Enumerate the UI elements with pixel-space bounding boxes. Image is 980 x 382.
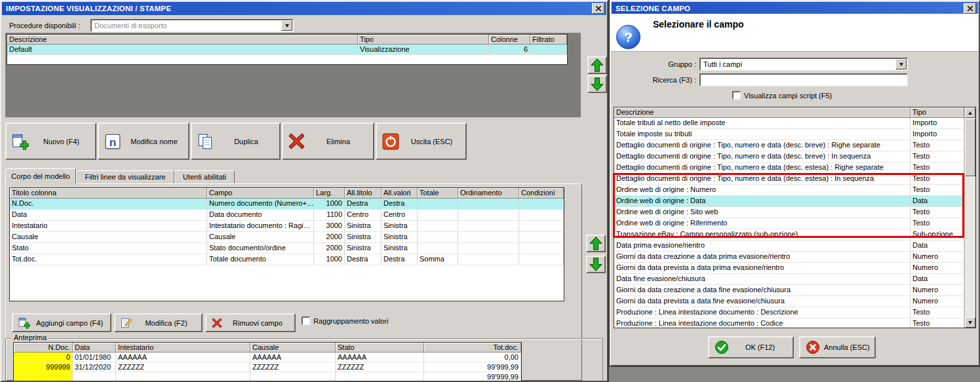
columns-table-row[interactable]: Causale Causale 2000 Sinistra Sinistra xyxy=(10,232,564,243)
close-icon[interactable] xyxy=(592,3,604,14)
columns-header-condizioni[interactable]: Condizioni xyxy=(519,188,564,199)
delete-x-icon xyxy=(288,133,305,149)
script-checkbox[interactable] xyxy=(732,91,741,100)
duplica-button[interactable]: Duplica xyxy=(191,123,281,160)
tab-utenti-abilitati[interactable]: Utenti abilitati xyxy=(174,170,235,183)
columns-table-row[interactable]: Tot.doc. Totale documento 1000 Destra De… xyxy=(10,254,564,265)
left-window-titlebar[interactable]: IMPOSTAZIONE VISUALIZZAZIONI / STAMPE xyxy=(2,2,606,15)
preview-table-row: 99'999,99 xyxy=(14,372,521,381)
modifica-button[interactable]: Modifica (F2) xyxy=(114,313,203,332)
tab-utenti-abilitati-label: Utenti abilitati xyxy=(183,173,226,181)
views-table-row[interactable]: Default Visualizzazione 6 xyxy=(7,45,567,55)
view-move-up-button[interactable] xyxy=(587,56,607,74)
ok-button[interactable]: OK (F12) xyxy=(708,336,794,358)
columns-table-row[interactable]: Data Data documento 1100 Centro Centro xyxy=(10,210,564,221)
preview-table: N.Doc. Data Intestatario Causale Stato T… xyxy=(13,342,522,381)
fields-table-row[interactable]: Dettaglio documenti di origine : Tipo, n… xyxy=(614,140,975,151)
add-field-icon xyxy=(18,317,30,329)
elimina-button-label: Elimina xyxy=(309,138,368,145)
view-move-down-button[interactable] xyxy=(587,75,607,93)
procedures-combobox[interactable]: Documenti di trasporto xyxy=(90,19,294,32)
annulla-button[interactable]: Annulla (ESC) xyxy=(799,336,876,358)
fields-table-row[interactable]: Dettaglio documenti di origine : Tipo, n… xyxy=(614,151,975,162)
elimina-button[interactable]: Elimina xyxy=(282,123,374,160)
preview-header-totdoc: Tot.doc. xyxy=(424,343,521,353)
tab-corpo-del-modello[interactable]: Corpo del modello xyxy=(5,168,76,184)
gruppo-label: Gruppo : xyxy=(631,60,696,68)
raggruppamento-checkbox-label: Raggruppamento valori xyxy=(313,317,388,325)
annulla-button-label: Annulla (ESC) xyxy=(824,343,870,351)
green-arrow-up-icon xyxy=(591,58,604,72)
fields-table-row[interactable]: Data fine evasione/chiusura Data xyxy=(614,274,975,285)
fields-table-row[interactable]: Giorni da data prevista a data fine evas… xyxy=(614,296,975,307)
raggruppamento-checkbox[interactable] xyxy=(302,316,310,325)
scrollbar-down-icon[interactable] xyxy=(965,317,975,328)
fields-table-row[interactable]: Produzione : Linea intestazione document… xyxy=(614,307,975,318)
script-checkbox-label: Visualizza campi script (F5) xyxy=(744,92,832,100)
green-arrow-down-icon xyxy=(591,77,604,91)
views-header-descrizione[interactable]: Descrizione xyxy=(7,35,358,45)
ricerca-label: Ricerca (F3) : xyxy=(631,76,696,84)
columns-table-row[interactable]: N.Doc. Numero documento (Numero+… 1000 D… xyxy=(10,199,564,210)
ricerca-input[interactable] xyxy=(699,73,908,86)
svg-text:n: n xyxy=(109,135,117,148)
views-header-colonne[interactable]: Colonne xyxy=(489,35,530,45)
rimuovi-campo-button[interactable]: Rimuovi campo xyxy=(205,313,296,332)
fields-table-row[interactable]: Ordine web di origine : Data Data xyxy=(614,196,975,207)
dropdown-arrow-icon[interactable] xyxy=(281,20,292,31)
aggiungi-campo-button[interactable]: Aggiungi campo (F4) xyxy=(12,313,111,332)
column-move-down-button[interactable] xyxy=(586,256,606,273)
columns-header-larg[interactable]: Larg. xyxy=(314,188,345,199)
fields-header-tipo[interactable]: Tipo xyxy=(911,107,964,118)
columns-header-totale[interactable]: Totale xyxy=(418,188,458,199)
dropdown-arrow-icon[interactable] xyxy=(895,59,907,69)
fields-table-row[interactable]: Dettaglio documenti di origine : Tipo, n… xyxy=(614,174,975,185)
right-window-titlebar[interactable]: SELEZIONE CAMPO xyxy=(612,2,978,15)
edit-pencil-icon xyxy=(121,317,132,329)
close-icon[interactable] xyxy=(964,3,976,14)
nuovo-button[interactable]: Nuovo (F4) xyxy=(5,123,96,160)
uscita-button-label: Uscita (ESC) xyxy=(403,138,460,145)
scrollbar-thumb[interactable] xyxy=(965,119,975,176)
fields-table: Descrizione Tipo Totale tributi al netto… xyxy=(614,107,976,328)
views-header-filtrato[interactable]: Filtrato xyxy=(530,35,567,45)
rename-icon: n xyxy=(104,133,121,150)
tab-filtri-linee[interactable]: Filtri linee da visualizzare xyxy=(76,170,174,183)
fields-table-row[interactable]: Totale tributi al netto delle imposte Im… xyxy=(614,118,975,129)
fields-table-row[interactable]: Dettaglio documenti di origine : Tipo, n… xyxy=(614,162,975,174)
gruppo-combobox[interactable]: Tutti i campi xyxy=(699,58,908,71)
columns-header-all-titolo[interactable]: All.titolo xyxy=(345,188,382,199)
gruppo-combobox-value: Tutti i campi xyxy=(701,60,895,68)
fields-table-row[interactable]: Giorni da data creazione a data fine eva… xyxy=(614,285,975,296)
dialog-header-band: ? Selezionare il campo xyxy=(611,14,979,52)
modifica-nome-button[interactable]: n Modifica nome xyxy=(98,123,189,160)
fields-table-row[interactable]: Giorni da data prevista a data prima eva… xyxy=(614,263,975,274)
fields-table-row[interactable]: Ordine web di origine : Numero Testo xyxy=(614,185,975,196)
column-move-up-button[interactable] xyxy=(586,235,606,252)
fields-header-descrizione[interactable]: Descrizione xyxy=(614,107,911,118)
preview-table-row: 999999 31/12/2020 ZZZZZZ ZZZZZZ ZZZZZZ 9… xyxy=(14,362,521,372)
tab-filtri-linee-label: Filtri linee da visualizzare xyxy=(85,173,166,181)
columns-table-row[interactable]: Intestatario Intestatario documento : Ra… xyxy=(10,221,564,232)
fields-table-row[interactable]: Ordine web di origine : Sito web Testo xyxy=(614,207,975,218)
columns-header-campo[interactable]: Campo xyxy=(207,188,314,199)
scrollbar-up-icon[interactable] xyxy=(965,107,975,118)
fields-table-row[interactable]: Totale imposte su tributi Importo xyxy=(614,129,975,140)
fields-table-row[interactable]: Giorni da data creazione a data prima ev… xyxy=(614,252,975,263)
question-icon: ? xyxy=(616,25,640,49)
fields-scrollbar[interactable] xyxy=(964,107,975,328)
preview-header-stato: Stato xyxy=(336,343,424,353)
columns-table-row[interactable]: Stato Stato documento/ordine 2000 Sinist… xyxy=(10,243,564,254)
uscita-button[interactable]: Uscita (ESC) xyxy=(376,123,467,160)
columns-header-all-valori[interactable]: All.valori xyxy=(382,188,418,199)
columns-table: Titolo colonna Campo Larg. All.titolo Al… xyxy=(9,187,564,301)
fields-table-row[interactable]: Produzione : Linea intestazione document… xyxy=(614,318,975,328)
modifica-label: Modifica (F2) xyxy=(136,319,196,327)
fields-table-row[interactable]: Transazione eBay : Campo personalizzato … xyxy=(614,229,975,240)
columns-header-ordinamento[interactable]: Ordinamento xyxy=(458,188,519,199)
columns-header-titolo[interactable]: Titolo colonna xyxy=(10,188,207,199)
fields-table-row[interactable]: Ordine web di origine : Riferimento Test… xyxy=(614,218,975,229)
fields-table-row[interactable]: Data prima evasione/rientro Data xyxy=(614,240,975,252)
procedures-combobox-value: Documenti di trasporto xyxy=(92,22,281,29)
views-header-tipo[interactable]: Tipo xyxy=(358,35,489,45)
